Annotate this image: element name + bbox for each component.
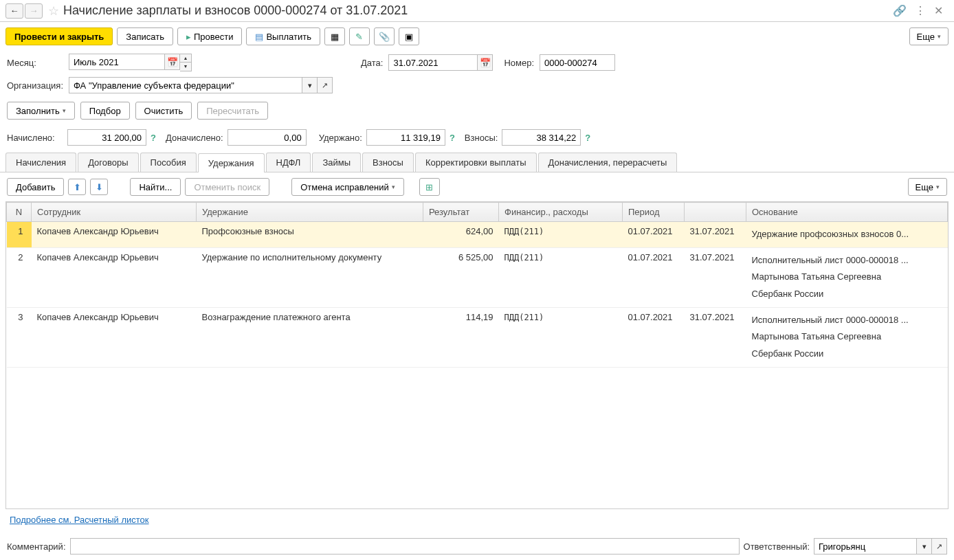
number-label: Номер: xyxy=(504,58,534,68)
org-open-button[interactable]: ↗ xyxy=(318,77,333,93)
withheld-help-icon[interactable]: ? xyxy=(450,133,455,143)
col-finance[interactable]: Финансир., расходы xyxy=(499,203,623,222)
table-row[interactable]: 2 Копачев Александр Юрьевич Удержание по… xyxy=(7,247,948,307)
create-based-button[interactable]: ✎ xyxy=(349,27,370,45)
accrued-help-icon[interactable]: ? xyxy=(151,133,156,143)
responsible-dropdown-button[interactable]: ▾ xyxy=(917,538,932,555)
withheld-label: Удержано: xyxy=(319,133,362,143)
tab-benefits[interactable]: Пособия xyxy=(140,153,197,172)
col-employee[interactable]: Сотрудник xyxy=(32,203,197,222)
comment-input[interactable] xyxy=(70,538,740,555)
related-button[interactable]: ▣ xyxy=(399,27,419,45)
cell-deduction: Профсоюзные взносы xyxy=(197,222,423,248)
col-period[interactable]: Период xyxy=(623,203,685,222)
cell-finance: ПДД(211) xyxy=(499,222,623,248)
attach-button[interactable]: 📎 xyxy=(374,27,395,45)
deductions-table: N Сотрудник Удержание Результат Финансир… xyxy=(6,202,948,368)
col-result[interactable]: Результат xyxy=(423,203,499,222)
cell-deduction: Удержание по исполнительному документу xyxy=(197,247,423,307)
footer: Комментарий: Ответственный: ▾ ↗ xyxy=(0,533,954,560)
tab-loans[interactable]: Займы xyxy=(312,153,361,172)
payslip-link[interactable]: Подробнее см. Расчетный листок xyxy=(10,515,149,525)
pencil-icon: ✎ xyxy=(355,32,363,42)
basis-line: Мартынова Татьяна Сергеевна xyxy=(752,328,942,346)
kebab-menu-icon[interactable]: ⋮ xyxy=(915,4,926,17)
payout-button[interactable]: ▤Выплатить xyxy=(246,27,320,45)
table-row[interactable]: 3 Копачев Александр Юрьевич Вознагражден… xyxy=(7,307,948,367)
paperclip-icon: 📎 xyxy=(379,32,390,42)
post-and-close-button[interactable]: Провести и закрыть xyxy=(5,27,113,45)
col-n[interactable]: N xyxy=(7,203,32,222)
accrued-value[interactable] xyxy=(67,129,146,146)
cell-basis: Исполнительный лист 0000-000018 ...Марты… xyxy=(746,247,948,307)
accrued-label: Начислено: xyxy=(7,133,63,143)
tab-ndfl[interactable]: НДФЛ xyxy=(266,153,311,172)
extra-label: Доначислено: xyxy=(166,133,223,143)
move-down-button[interactable]: ⬇ xyxy=(90,179,108,195)
recalc-button: Пересчитать xyxy=(197,102,268,120)
report-button[interactable]: ▦ xyxy=(324,27,345,45)
more-button[interactable]: Еще xyxy=(909,27,949,45)
tab-toolbar: Добавить ⬆ ⬇ Найти... Отменить поиск Отм… xyxy=(0,172,954,201)
save-button[interactable]: Записать xyxy=(117,27,173,45)
add-button[interactable]: Добавить xyxy=(7,178,64,196)
cell-period-to: 31.07.2021 xyxy=(685,307,746,367)
find-button[interactable]: Найти... xyxy=(130,178,181,196)
link-row: Подробнее см. Расчетный листок xyxy=(0,509,954,530)
month-up-button[interactable]: ▲ xyxy=(180,54,191,63)
arrow-down-icon: ⬇ xyxy=(96,182,103,192)
tabs: Начисления Договоры Пособия Удержания НД… xyxy=(0,153,954,172)
clear-button[interactable]: Очистить xyxy=(135,102,192,120)
basis-line: Сбербанк России xyxy=(752,346,942,363)
org-label: Организация: xyxy=(7,80,63,91)
cancel-corrections-button[interactable]: Отмена исправлений xyxy=(291,178,404,196)
tab-contributions[interactable]: Взносы xyxy=(362,153,414,172)
tab-corrections[interactable]: Корректировки выплаты xyxy=(415,153,537,172)
cell-employee: Копачев Александр Юрьевич xyxy=(32,222,197,248)
column-settings-button[interactable]: ⊞ xyxy=(419,178,440,196)
cell-basis: Исполнительный лист 0000-000018 ...Марты… xyxy=(746,307,948,367)
move-up-button[interactable]: ⬆ xyxy=(68,179,86,195)
tab-extra-accruals[interactable]: Доначисления, перерасчеты xyxy=(538,153,678,172)
nav-back-button[interactable]: ← xyxy=(5,3,23,19)
date-input[interactable] xyxy=(388,54,478,71)
withheld-value[interactable] xyxy=(366,129,445,146)
col-deduction[interactable]: Удержание xyxy=(197,203,423,222)
tab-accruals[interactable]: Начисления xyxy=(5,153,76,172)
month-down-button[interactable]: ▼ xyxy=(180,63,191,71)
month-input[interactable] xyxy=(69,54,165,70)
org-input[interactable] xyxy=(69,77,302,93)
post-button[interactable]: ▸Провести xyxy=(177,27,243,45)
month-calendar-button[interactable]: 📅 xyxy=(165,54,180,70)
fill-button[interactable]: Заполнить xyxy=(7,102,75,120)
col-period-to[interactable] xyxy=(685,203,746,222)
cell-result: 114,19 xyxy=(423,307,499,367)
favorite-star-icon[interactable]: ☆ xyxy=(48,3,59,19)
cell-result: 624,00 xyxy=(423,222,499,248)
main-toolbar: Провести и закрыть Записать ▸Провести ▤В… xyxy=(0,22,954,51)
nav-forward-button[interactable]: → xyxy=(25,3,43,19)
number-input[interactable] xyxy=(540,54,615,71)
tab-contracts[interactable]: Договоры xyxy=(78,153,138,172)
table-row[interactable]: 1 Копачев Александр Юрьевич Профсоюзные … xyxy=(7,222,948,248)
link-icon[interactable]: 🔗 xyxy=(893,4,907,17)
cell-n: 3 xyxy=(7,307,32,367)
comment-label: Комментарий: xyxy=(7,541,66,552)
col-basis[interactable]: Основание xyxy=(746,203,948,222)
cell-n: 1 xyxy=(7,222,32,248)
responsible-input[interactable] xyxy=(814,538,917,555)
tab-more-button[interactable]: Еще xyxy=(908,178,947,196)
extra-value[interactable] xyxy=(228,129,307,146)
title-bar: ← → ☆ Начисление зарплаты и взносов 0000… xyxy=(0,0,954,22)
tab-deductions[interactable]: Удержания xyxy=(198,153,265,172)
org-dropdown-button[interactable]: ▾ xyxy=(302,77,318,93)
responsible-label: Ответственный: xyxy=(744,541,810,552)
select-button[interactable]: Подбор xyxy=(80,102,130,120)
close-icon[interactable]: ✕ xyxy=(934,4,943,17)
basis-line: Удержание профсоюзных взносов 0... xyxy=(752,226,942,243)
date-calendar-button[interactable]: 📅 xyxy=(478,54,493,71)
arrow-up-icon: ⬆ xyxy=(74,182,81,192)
responsible-open-button[interactable]: ↗ xyxy=(932,538,947,555)
contrib-value[interactable] xyxy=(502,129,581,146)
contrib-help-icon[interactable]: ? xyxy=(585,133,590,143)
